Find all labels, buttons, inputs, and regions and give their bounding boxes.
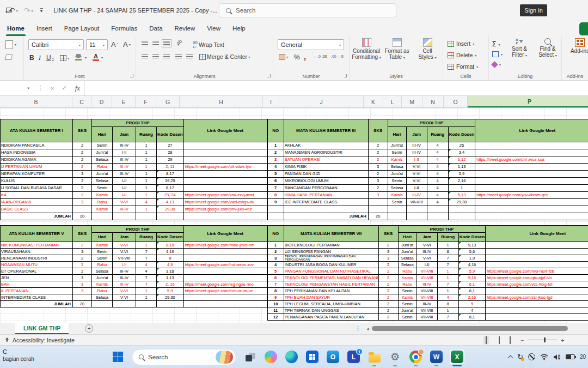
edge-icon[interactable] [285, 350, 298, 364]
accounting-format-icon[interactable]: ▾ [279, 54, 288, 60]
paste-icon[interactable] [5, 40, 13, 49]
maximize-button[interactable] [0, 0, 17, 21]
hari-cell[interactable]: Senin [398, 288, 416, 294]
meet-link-cell[interactable]: https://meet.google.com/ind-weox-xov [183, 262, 267, 268]
cell[interactable] [157, 301, 184, 307]
kode-dosen-cell[interactable]: 6,1 [458, 314, 486, 321]
copilot-button[interactable] [264, 350, 278, 364]
column-header-M[interactable]: M [402, 96, 422, 107]
sks-cell[interactable] [368, 199, 388, 206]
zoom-in-icon[interactable]: + [561, 337, 564, 343]
row-number[interactable]: 8 [267, 192, 284, 199]
cell[interactable] [183, 301, 267, 307]
column-header-I[interactable]: I [263, 96, 279, 107]
ruang-cell[interactable]: 1 [437, 268, 458, 275]
kode-dosen-cell[interactable]: 5,9 [448, 171, 475, 178]
course-name-cell[interactable]: PANGAN DAN GIZI [284, 171, 368, 178]
meet-link-cell[interactable]: https://meet.google.com/dni-xvoz-soa [475, 156, 588, 164]
hari-cell[interactable]: Kamis [398, 275, 416, 281]
delete-cells-button[interactable]: Delete▾ [448, 52, 476, 58]
ribbon-tab-insert[interactable]: Insert [30, 21, 58, 36]
course-name-cell[interactable]: TPH LEGUM, SEREALIA, UMBI-UMBIAN [284, 301, 378, 307]
hari-cell[interactable]: Selasa [92, 294, 113, 301]
sheet-options-icon[interactable]: ⋮ [355, 325, 361, 332]
kode-dosen-cell[interactable]: 5,9 [157, 288, 184, 294]
sks-cell[interactable]: 3 [73, 275, 92, 281]
hari-cell[interactable]: Jum'at [398, 307, 416, 314]
kode-dosen-cell[interactable]: 6,12 [448, 156, 475, 164]
kode-dosen-cell[interactable]: 4,19 [157, 249, 184, 255]
ruang-cell[interactable]: 1 [136, 178, 157, 185]
hari-cell[interactable]: Kamis [92, 192, 113, 199]
course-name-cell[interactable]: NGAWASAN MUTU [1, 262, 73, 268]
cell[interactable] [448, 206, 475, 213]
prodi-header[interactable]: PRODI THP [388, 119, 475, 127]
ribbon-tab-review[interactable]: Review [169, 21, 201, 36]
course-name-cell[interactable]: KA [1, 192, 73, 199]
ribbon-tab-data[interactable]: Data [143, 21, 168, 36]
meet-link-cell[interactable] [475, 178, 588, 185]
hari-cell[interactable]: Kamis [398, 294, 416, 301]
wrap-text-button[interactable]: ab↩Wrap Text [193, 40, 224, 50]
hari-cell[interactable]: Rabu [92, 288, 113, 294]
row-number[interactable]: 7 [267, 185, 284, 192]
kode-dosen-cell[interactable]: 2, 16 [157, 281, 184, 288]
sks-cell[interactable]: 3 [73, 281, 92, 288]
sks-cell[interactable]: 2 [378, 242, 398, 249]
meet-link-cell[interactable] [183, 149, 267, 156]
chrome-icon[interactable] [409, 350, 422, 364]
hari-cell[interactable]: Kamis [92, 281, 113, 288]
sub-header-kode-dosen[interactable]: Kode Dosen [458, 233, 486, 242]
hari-cell[interactable]: Selasa [398, 262, 416, 268]
sub-header-jam[interactable]: Jam [416, 233, 437, 242]
align-left-icon[interactable] [142, 55, 148, 59]
kode-dosen-cell[interactable]: 4,13 [157, 199, 184, 206]
hari-cell[interactable]: Kamis [388, 192, 406, 199]
sub-header-ruang[interactable]: Ruang [136, 233, 157, 242]
settings-icon[interactable]: ⚙ [388, 350, 402, 364]
prodi-header[interactable]: PRODI THP [92, 226, 184, 233]
cell[interactable] [267, 206, 284, 213]
course-name-cell[interactable]: AKHLAK [284, 142, 368, 149]
fill-color-icon[interactable] [75, 54, 82, 61]
font-dialog-launcher[interactable] [130, 74, 133, 77]
jam-cell[interactable]: VII-VIII [416, 288, 437, 294]
sub-header-jam[interactable]: Jam [406, 127, 427, 142]
jam-cell[interactable]: V-VI [113, 249, 136, 255]
meet-link-cell[interactable] [183, 255, 267, 262]
column-header-J[interactable]: J [279, 96, 364, 107]
cell[interactable] [267, 213, 284, 220]
meet-link-cell[interactable]: https://meet.google.com/mwe-jmef-nm [183, 242, 267, 249]
jam-cell[interactable]: V-VI [113, 242, 136, 249]
new-sheet-button[interactable]: + [85, 324, 93, 333]
meet-link-cell[interactable] [486, 288, 588, 294]
table-title[interactable]: MATA KULIAH SEMESTER VII [284, 226, 378, 242]
jam-cell[interactable]: V-VI [406, 178, 427, 185]
ribbon-tab-page-layout[interactable]: Page Layout [58, 21, 106, 36]
jam-cell[interactable]: III-IV [406, 192, 427, 199]
cell[interactable] [113, 213, 136, 220]
ruang-cell[interactable]: 1 [437, 307, 458, 314]
kode-dosen-cell[interactable]: 8,17 [157, 171, 184, 178]
ruang-cell[interactable]: 1 [136, 142, 157, 149]
percent-style-icon[interactable]: % [294, 53, 300, 61]
meet-link-cell[interactable]: https://meet.google.com/eob-nrum-uc [183, 288, 267, 294]
meet-link-cell[interactable] [183, 142, 267, 149]
meet-link-cell[interactable]: https://meet.google.com/xhu-zzvj-amd [183, 192, 267, 199]
sub-header-jam[interactable]: Jam [113, 233, 136, 242]
hari-cell[interactable]: Rabu [398, 281, 416, 288]
ruang-cell[interactable]: 4 [427, 171, 448, 178]
hari-cell[interactable]: Jum'at [92, 275, 113, 281]
hari-cell[interactable]: Rabu [92, 199, 113, 206]
jam-cell[interactable]: I-II [113, 192, 136, 199]
no-header[interactable]: NO [267, 119, 284, 142]
meet-link-cell[interactable]: https://meet.google.com/zsi-jkoq-tgd [486, 294, 588, 301]
sks-header[interactable]: SKS [368, 119, 388, 142]
sks-cell[interactable]: 2 [378, 301, 398, 307]
cell[interactable] [475, 206, 588, 213]
conditional-formatting-button[interactable]: ConditionalFormatting ▾ [352, 38, 381, 61]
search-box[interactable]: Search [219, 3, 396, 17]
ruang-cell[interactable]: 1 [437, 275, 458, 281]
column-header-F[interactable]: F [136, 96, 156, 107]
cell[interactable] [388, 206, 406, 213]
